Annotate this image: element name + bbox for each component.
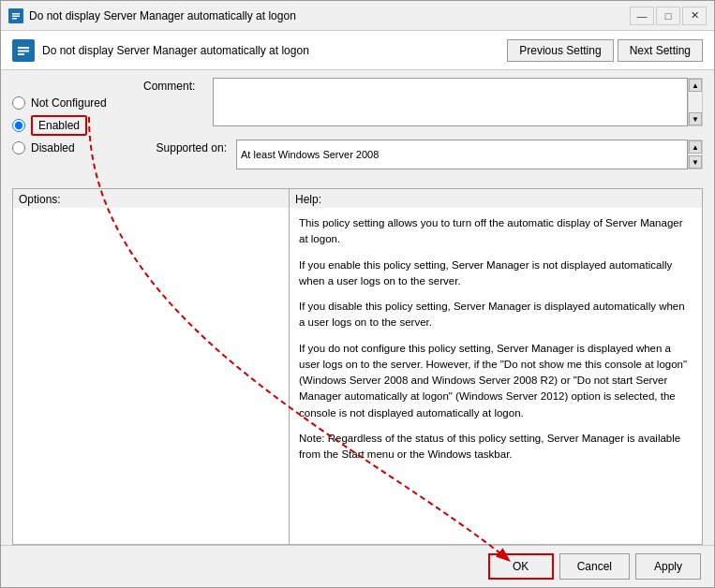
help-content: This policy setting allows you to turn o…	[290, 208, 702, 479]
cancel-button[interactable]: Cancel	[559, 553, 630, 580]
help-para-1: This policy setting allows you to turn o…	[299, 215, 693, 248]
comment-section: Comment: ▲ ▼	[143, 78, 703, 126]
comment-textarea[interactable]	[213, 78, 688, 126]
help-para-2: If you enable this policy setting, Serve…	[299, 257, 693, 290]
title-text: Do not display Server Manager automatica…	[29, 9, 296, 22]
header-title: Do not display Server Manager automatica…	[42, 44, 309, 57]
previous-setting-button[interactable]: Previous Setting	[507, 39, 613, 62]
supported-scroll-up[interactable]: ▲	[689, 140, 702, 154]
apply-button[interactable]: Apply	[635, 553, 701, 580]
help-para-3: If you disable this policy setting, Serv…	[299, 299, 693, 331]
header-icon	[12, 39, 35, 62]
enabled-input[interactable]	[12, 119, 25, 132]
main-two-col: Options: Help: This policy setting allow…	[12, 188, 703, 545]
svg-rect-7	[18, 53, 24, 55]
help-para-5: Note: Regardless of the status of this p…	[299, 431, 693, 463]
svg-rect-5	[18, 47, 29, 49]
supported-scroll-down[interactable]: ▼	[689, 155, 702, 169]
maximize-button[interactable]: □	[656, 7, 680, 25]
svg-rect-1	[12, 13, 20, 15]
options-body	[13, 208, 289, 544]
radio-section: Not Configured Enabled Disabled	[12, 78, 143, 169]
help-label: Help:	[290, 189, 702, 208]
disabled-label: Disabled	[31, 141, 75, 154]
help-para-4: If you do not configure this policy sett…	[299, 341, 693, 421]
supported-section: Supported on: At least Windows Server 20…	[143, 140, 703, 169]
disabled-radio[interactable]: Disabled	[12, 141, 143, 154]
window-controls: — □ ✕	[630, 7, 707, 25]
comment-label: Comment:	[143, 78, 209, 93]
not-configured-label: Not Configured	[31, 96, 107, 110]
title-bar: Do not display Server Manager automatica…	[1, 1, 714, 31]
window-icon	[8, 8, 23, 23]
options-column: Options:	[13, 189, 290, 544]
header-buttons: Previous Setting Next Setting	[507, 39, 703, 62]
enabled-radio[interactable]: Enabled	[12, 115, 143, 136]
close-button[interactable]: ✕	[682, 7, 707, 25]
comment-scroll-down[interactable]: ▼	[689, 112, 702, 125]
disabled-input[interactable]	[12, 141, 25, 154]
bottom-bar: OK Cancel Apply	[1, 545, 714, 587]
minimize-button[interactable]: —	[630, 7, 654, 25]
supported-label: Supported on:	[143, 140, 232, 154]
not-configured-input[interactable]	[12, 96, 25, 110]
comment-scroll-up[interactable]: ▲	[689, 79, 702, 92]
help-column: Help: This policy setting allows you to …	[290, 189, 702, 544]
ok-button[interactable]: OK	[488, 553, 554, 580]
help-body: This policy setting allows you to turn o…	[290, 208, 702, 544]
enabled-label: Enabled	[31, 115, 87, 136]
svg-rect-2	[12, 15, 20, 17]
svg-rect-6	[18, 50, 29, 51]
supported-value: At least Windows Server 2008	[236, 140, 688, 169]
svg-rect-3	[12, 18, 17, 20]
next-setting-button[interactable]: Next Setting	[618, 39, 703, 62]
options-label: Options:	[13, 189, 289, 208]
not-configured-radio[interactable]: Not Configured	[12, 96, 143, 110]
header-bar: Do not display Server Manager automatica…	[1, 31, 714, 70]
